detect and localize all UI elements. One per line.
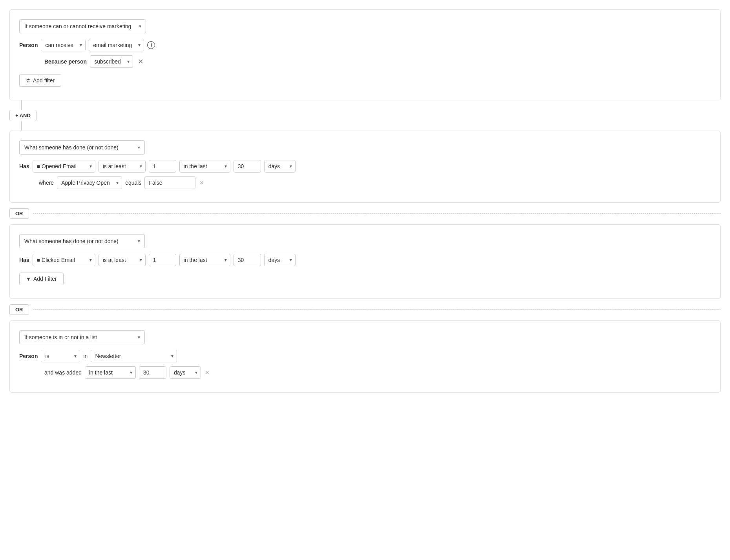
where-field-dropdown[interactable]: Apple Privacy Open [57, 176, 122, 189]
time-operator-1[interactable]: in the last [179, 160, 230, 173]
section-marketing: If someone can or cannot receive marketi… [9, 9, 721, 100]
marketing-type-dropdown[interactable]: email marketing [89, 39, 144, 51]
info-icon-1[interactable]: i [147, 41, 155, 49]
where-field-wrap[interactable]: Apple Privacy Open [57, 176, 122, 189]
operator-dropdown-2-wrap[interactable]: is at least [99, 254, 146, 266]
was-added-time-dropdown[interactable]: in the last [85, 366, 136, 379]
operator-dropdown-1-wrap[interactable]: is at least [99, 160, 146, 173]
was-added-unit-dropdown[interactable]: days [170, 366, 201, 379]
action-dropdown-1[interactable]: ■ Opened Email [33, 160, 95, 173]
or-divider-line-2 [33, 309, 721, 310]
remove-was-added-btn[interactable]: ✕ [204, 370, 210, 375]
person-is-dropdown[interactable]: is [41, 350, 80, 362]
has-label-1: Has [19, 163, 29, 169]
or-divider-1: OR [9, 208, 721, 219]
condition-dropdown-1[interactable]: If someone can or cannot receive marketi… [19, 19, 146, 33]
marketing-type-wrap[interactable]: email marketing [89, 39, 144, 51]
condition-dropdown-4[interactable]: If someone is in or not in a list [19, 330, 145, 344]
time-unit-2[interactable]: days [264, 254, 296, 266]
action-dropdown-2[interactable]: ■ Clicked Email [33, 254, 95, 266]
equals-value-input[interactable] [144, 176, 195, 189]
condition-dropdown-4-wrap[interactable]: If someone is in or not in a list [19, 330, 145, 344]
was-added-value-input[interactable] [139, 366, 166, 379]
time-unit-2-wrap[interactable]: days [264, 254, 296, 266]
time-operator-1-wrap[interactable]: in the last [179, 160, 230, 173]
section-clicked-email: What someone has done (or not done) Has … [9, 224, 721, 299]
because-dropdown[interactable]: subscribed [90, 55, 133, 68]
filter-icon-1: ⚗ [26, 78, 31, 84]
because-dropdown-wrap[interactable]: subscribed [90, 55, 133, 68]
or-button-2[interactable]: OR [9, 304, 29, 315]
person-label-1: Person [19, 42, 38, 48]
vertical-line-top [21, 100, 22, 107]
or-divider-line-1 [33, 213, 721, 214]
list-dropdown-wrap[interactable]: Newsletter [91, 350, 177, 362]
add-filter-btn-2[interactable]: ▼ Add Filter [19, 273, 64, 285]
time-value-input-1[interactable] [234, 160, 261, 173]
remove-where-btn[interactable]: ✕ [199, 180, 205, 185]
add-filter-label-2: Add Filter [33, 276, 57, 282]
can-receive-wrap[interactable]: can receive [41, 39, 86, 51]
and-connector: + AND [9, 100, 721, 131]
operator-dropdown-1[interactable]: is at least [99, 160, 146, 173]
where-label: where [39, 180, 54, 186]
value-input-2[interactable] [149, 254, 176, 266]
remove-because-btn[interactable]: ✕ [136, 58, 145, 65]
vertical-line-bottom [21, 124, 22, 131]
add-filter-label-1: Add filter [33, 77, 55, 84]
equals-label: equals [125, 180, 141, 186]
because-label: Because person [44, 58, 87, 65]
was-added-label: and was added [44, 369, 82, 376]
time-value-input-2[interactable] [234, 254, 261, 266]
can-receive-dropdown[interactable]: can receive [41, 39, 86, 51]
in-label: in [83, 353, 88, 359]
or-button-1[interactable]: OR [9, 208, 29, 219]
was-added-unit-wrap[interactable]: days [170, 366, 201, 379]
condition-dropdown-3-wrap[interactable]: What someone has done (or not done) [19, 234, 145, 248]
section-opened-email: What someone has done (or not done) Has … [9, 131, 721, 203]
has-label-2: Has [19, 257, 29, 263]
time-unit-1[interactable]: days [264, 160, 296, 173]
section-list: If someone is in or not in a list Person… [9, 320, 721, 393]
and-button[interactable]: + AND [9, 110, 36, 121]
time-operator-2-wrap[interactable]: in the last [179, 254, 230, 266]
operator-dropdown-2[interactable]: is at least [99, 254, 146, 266]
value-input-1[interactable] [149, 160, 176, 173]
time-operator-2[interactable]: in the last [179, 254, 230, 266]
condition-dropdown-3[interactable]: What someone has done (or not done) [19, 234, 145, 248]
was-added-time-wrap[interactable]: in the last [85, 366, 136, 379]
time-unit-1-wrap[interactable]: days [264, 160, 296, 173]
action-dropdown-1-wrap[interactable]: ■ Opened Email [33, 160, 95, 173]
filter-icon-2: ▼ [26, 276, 31, 282]
add-filter-btn-1[interactable]: ⚗ Add filter [19, 74, 61, 87]
action-dropdown-2-wrap[interactable]: ■ Clicked Email [33, 254, 95, 266]
condition-dropdown-2[interactable]: What someone has done (or not done) [19, 140, 145, 155]
list-dropdown[interactable]: Newsletter [91, 350, 177, 362]
person-label-4: Person [19, 353, 38, 359]
and-btn-wrap: + AND [9, 107, 36, 124]
condition-dropdown-2-wrap[interactable]: What someone has done (or not done) [19, 140, 145, 155]
person-is-wrap[interactable]: is [41, 350, 80, 362]
or-divider-2: OR [9, 304, 721, 315]
